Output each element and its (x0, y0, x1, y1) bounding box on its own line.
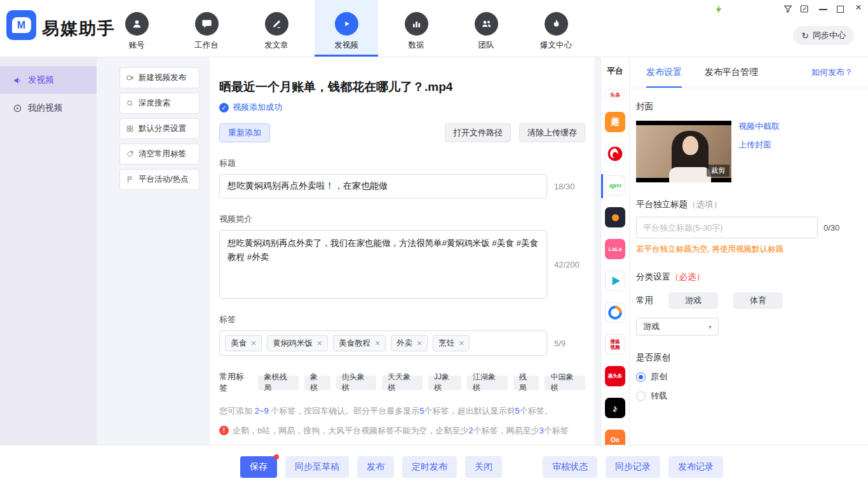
nav-item-publish-video[interactable]: 发视频 (315, 0, 378, 57)
platform-blue-ring-icon[interactable] (605, 302, 625, 323)
radio-repost[interactable]: 转载 (636, 390, 859, 402)
description-textarea[interactable]: 想吃黄焖鸡别再点外卖了，我们在家也能做，方法很简单#黄焖鸡米饭 #美食 #美食教… (219, 230, 547, 299)
nav-label: 发文章 (264, 40, 288, 51)
platform-pink-icon[interactable]: LaLa (605, 239, 625, 259)
edit-window-icon[interactable] (799, 4, 810, 14)
bottom-action-bar: 保存 同步至草稿 发布 定时发布 关闭 审核状态 同步记录 发布记录 (0, 445, 868, 488)
publish-button[interactable]: 发布 (357, 456, 394, 478)
common-tag[interactable]: 象棋残局 (258, 376, 299, 390)
remove-tag-icon[interactable]: × (317, 338, 322, 348)
tags-warning: ! 企鹅，b站，网易，搜狗，大风平台视频标签不能为空，企鹅至少2个标签，网易至少… (219, 425, 585, 437)
crop-button[interactable]: 裁剪 (707, 165, 729, 177)
title-input[interactable] (219, 174, 547, 198)
panel-gap (594, 57, 600, 445)
common-tag[interactable]: 象棋 (304, 376, 330, 390)
clear-upload-cache-button[interactable]: 清除上传缓存 (519, 123, 585, 142)
title-label: 标题 (219, 158, 585, 169)
independent-title-input[interactable] (636, 217, 818, 238)
maximize-button[interactable] (837, 6, 844, 13)
common-tag[interactable]: 天天象棋 (382, 376, 423, 390)
category-select[interactable]: 游戏 ▾ (636, 318, 719, 336)
category-chip-game[interactable]: 游戏 (668, 292, 718, 309)
tag-chip[interactable]: 烹饪× (433, 335, 470, 351)
default-category-button[interactable]: 默认分类设置 (119, 118, 200, 139)
hint-number: 2~9 (255, 406, 269, 416)
review-status-button[interactable]: 审核状态 (543, 456, 597, 478)
new-video-publish-button[interactable]: 新建视频发布 (119, 67, 200, 88)
sidebar-item-my-videos[interactable]: 我的视频 (0, 94, 97, 122)
nav-item-workbench[interactable]: 工作台 (175, 0, 238, 57)
platform-toutiao-icon[interactable]: 头条 (605, 89, 625, 100)
radio-original[interactable]: 原创 (636, 371, 859, 383)
nav-item-team[interactable]: 团队 (454, 0, 518, 57)
nav-item-publish-article[interactable]: 发文章 (245, 0, 308, 57)
nav-item-data[interactable]: 数据 (384, 0, 448, 57)
publish-records-button[interactable]: 发布记录 (668, 456, 723, 478)
tags-input[interactable]: 美食× 黄焖鸡米饭× 美食教程× 外卖× 烹饪× (219, 330, 547, 356)
tags-counter: 5/9 (554, 339, 566, 348)
sync-records-button[interactable]: 同步记录 (606, 456, 660, 478)
tab-platform-management[interactable]: 发布平台管理 (705, 57, 758, 88)
warning-segment: 企鹅，b站，网易，搜狗，大风平台视频标签不能为空，企鹅至少 (233, 426, 468, 435)
platform-qutoutiao-icon[interactable]: 趣 (605, 112, 625, 132)
scheduled-publish-button[interactable]: 定时发布 (402, 456, 457, 478)
app-logo: M (6, 10, 36, 40)
capture-from-video-link[interactable]: 视频中截取 (738, 121, 780, 132)
settings-tabs: 发布设置 发布平台管理 如何发布？ (630, 57, 868, 88)
radio-button-unchecked[interactable] (636, 391, 646, 401)
common-tag[interactable]: 江湖象棋 (467, 376, 508, 390)
tab-publish-settings[interactable]: 发布设置 (646, 57, 682, 88)
category-selected-value: 游戏 (643, 321, 660, 332)
chart-icon (405, 12, 428, 36)
sync-to-draft-button[interactable]: 同步至草稿 (285, 456, 349, 478)
platform-orange-icon[interactable]: Oo (605, 430, 625, 445)
minimize-button[interactable] (819, 9, 827, 10)
clear-common-tags-button[interactable]: 清空常用标签 (119, 144, 200, 165)
platform-haokan-icon[interactable] (605, 271, 625, 291)
tag-text: 黄焖鸡米饭 (273, 338, 313, 349)
filter-icon[interactable] (783, 4, 793, 14)
platform-activity-button[interactable]: 平台活动/热点 (119, 169, 200, 190)
close-button[interactable]: × (855, 1, 862, 14)
remove-tag-icon[interactable]: × (459, 338, 464, 348)
nav-item-account[interactable]: 账号 (105, 0, 168, 57)
upload-cover-link[interactable]: 上传封面 (738, 139, 780, 151)
common-tag[interactable]: 中国象棋 (545, 376, 585, 390)
tags-hint: 您可添加 2~9 个标签，按回车确认。部分平台最多显示5个标签，超出默认显示前5… (219, 405, 585, 417)
category-chip-sports[interactable]: 体育 (733, 292, 783, 309)
tag-chip[interactable]: 美食教程× (333, 335, 386, 351)
common-tag[interactable]: JJ象棋 (428, 376, 461, 390)
remove-tag-icon[interactable]: × (417, 338, 422, 348)
platform-douyin-icon[interactable]: ♪ (605, 398, 625, 418)
hint-number: 5 (515, 406, 520, 416)
tag-chip[interactable]: 黄焖鸡米饭× (267, 335, 328, 351)
sidebar-item-publish-video[interactable]: 发视频 (0, 66, 97, 94)
remove-tag-icon[interactable]: × (251, 338, 256, 348)
platform-dayu-icon[interactable] (605, 207, 625, 227)
plugin-icon[interactable] (714, 5, 723, 14)
nav-item-hot-center[interactable]: 爆文中心 (524, 0, 588, 57)
how-to-publish-link[interactable]: 如何发布？ (811, 57, 853, 88)
readd-video-button[interactable]: 重新添加 (219, 123, 270, 142)
tab-label: 发布平台管理 (705, 67, 758, 78)
deep-search-button[interactable]: 深度搜索 (119, 93, 200, 114)
tag-chip[interactable]: 美食× (225, 335, 262, 351)
tag-chip[interactable]: 外卖× (391, 335, 428, 351)
platform-sohu-video-icon[interactable]: 搜狐视频 (605, 334, 625, 355)
action-label: 深度搜索 (139, 98, 170, 109)
open-file-path-button[interactable]: 打开文件路径 (445, 123, 511, 142)
common-tag[interactable]: 残局 (513, 376, 539, 390)
warning-number: 3 (539, 426, 543, 435)
cover-thumbnail[interactable]: 裁剪 (636, 121, 731, 182)
common-label: 常用 (636, 295, 653, 306)
save-button[interactable]: 保存 (240, 456, 277, 478)
sync-center-button[interactable]: ↻ 同步中心 (793, 26, 854, 45)
status-text: 视频添加成功 (233, 102, 282, 113)
radio-button-checked[interactable] (636, 372, 646, 382)
common-tag[interactable]: 街头象棋 (336, 376, 377, 390)
close-form-button[interactable]: 关闭 (465, 456, 502, 478)
remove-tag-icon[interactable]: × (375, 338, 380, 348)
platform-huitoutiao-icon[interactable]: 惠头条 (605, 366, 625, 386)
platform-iqiyi-icon[interactable]: iQIYI (605, 175, 625, 196)
platform-ifeng-icon[interactable] (605, 144, 625, 164)
